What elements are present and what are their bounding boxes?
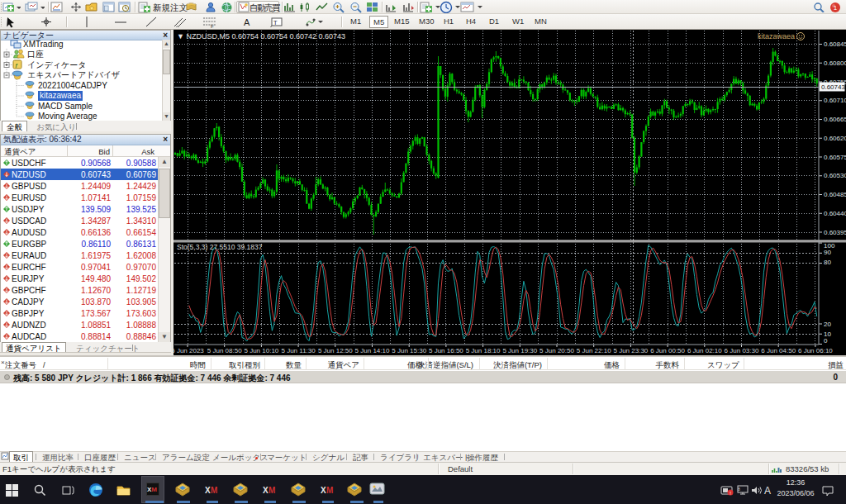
svg-text:5 Jun 12:50: 5 Jun 12:50 <box>318 347 353 354</box>
svg-text:T: T <box>273 19 278 26</box>
svg-text:M: M <box>211 486 217 495</box>
svg-text:5 Jun 2023: 5 Jun 2023 <box>173 347 204 354</box>
svg-text:6 Jun 06:10: 6 Jun 06:10 <box>798 347 833 354</box>
svg-text:5 Jun 16:50: 5 Jun 16:50 <box>429 347 463 354</box>
svg-text:0.60440: 0.60440 <box>824 210 846 217</box>
svg-text:5 Jun 11:30: 5 Jun 11:30 <box>281 347 316 354</box>
svg-text:X: X <box>263 486 269 495</box>
svg-text:X: X <box>205 486 211 495</box>
svg-text:90: 90 <box>824 249 831 256</box>
svg-text:0.60710: 0.60710 <box>824 97 846 104</box>
svg-text:5 Jun 18:10: 5 Jun 18:10 <box>466 347 501 354</box>
svg-text:0.60620: 0.60620 <box>824 135 846 142</box>
svg-text:5 Jun 14:10: 5 Jun 14:10 <box>355 347 390 354</box>
svg-text:1: 1 <box>834 4 838 12</box>
svg-text:0.60485: 0.60485 <box>824 191 846 198</box>
svg-text:6 Jun 03:30: 6 Jun 03:30 <box>725 347 759 354</box>
svg-text:5 Jun 19:30: 5 Jun 19:30 <box>502 347 537 354</box>
svg-text:8: 8 <box>738 487 740 492</box>
svg-text:X: X <box>321 486 326 495</box>
svg-text:0.60575: 0.60575 <box>824 154 846 161</box>
svg-text:5 Jun 23:30: 5 Jun 23:30 <box>613 347 648 354</box>
svg-text:0.60743: 0.60743 <box>821 83 845 91</box>
svg-text:0.60665: 0.60665 <box>824 116 846 123</box>
svg-text:5 Jun 20:50: 5 Jun 20:50 <box>539 347 574 354</box>
svg-text:Sto(5,3,3) 27.5510 39.1837: Sto(5,3,3) 27.5510 39.1837 <box>177 243 263 251</box>
svg-text:20: 20 <box>824 321 831 328</box>
svg-text:0.60845: 0.60845 <box>824 40 846 48</box>
svg-text:0.60395: 0.60395 <box>824 229 846 236</box>
svg-text:F: F <box>211 24 214 28</box>
svg-text:0: 0 <box>824 337 828 345</box>
svg-text:5 Jun 10:10: 5 Jun 10:10 <box>244 347 278 354</box>
svg-text:6 Jun 04:50: 6 Jun 04:50 <box>761 347 796 354</box>
svg-text:0.60800: 0.60800 <box>824 59 846 67</box>
svg-text:0.60530: 0.60530 <box>824 172 846 179</box>
svg-text:kitazawaea: kitazawaea <box>758 32 795 40</box>
svg-text:▼ NZDUSD,M5 0.60754 0.60754 0: ▼ NZDUSD,M5 0.60754 0.60754 0.60742 0.60… <box>177 32 345 40</box>
svg-text:6 Jun 02:10: 6 Jun 02:10 <box>687 347 722 354</box>
svg-text:80: 80 <box>824 259 831 266</box>
svg-text:5 Jun 22:10: 5 Jun 22:10 <box>577 347 611 354</box>
svg-text:6 Jun 00:50: 6 Jun 00:50 <box>650 347 685 354</box>
svg-text:5 Jun 15:30: 5 Jun 15:30 <box>392 347 426 354</box>
svg-text:M: M <box>269 486 275 495</box>
svg-text:M: M <box>326 486 333 495</box>
svg-text:5 Jun 08:50: 5 Jun 08:50 <box>207 347 242 354</box>
